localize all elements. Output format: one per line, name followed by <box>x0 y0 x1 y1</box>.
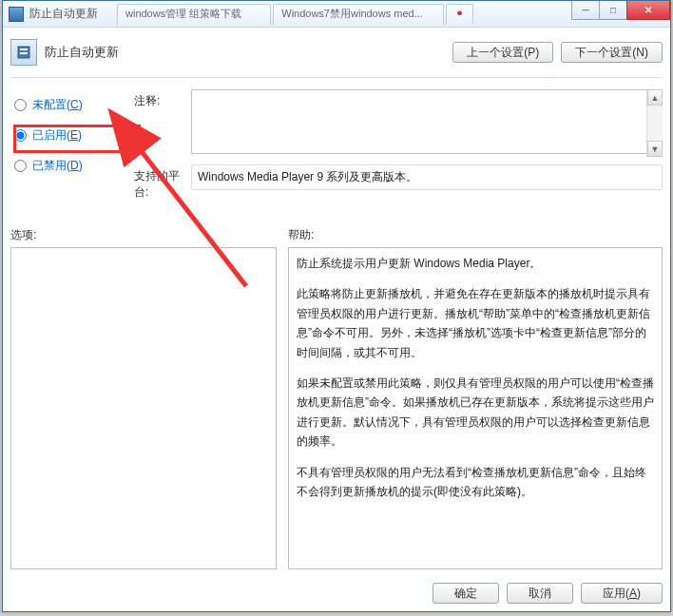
config-area: 未配置(C) 已启用(E) 已禁用(D) 注释: ▲ <box>10 89 663 208</box>
help-title: 帮助: <box>288 227 663 247</box>
maximize-button[interactable]: □ <box>599 1 627 20</box>
svg-rect-2 <box>20 52 28 54</box>
help-p2: 此策略将防止更新播放机，并避免在存在更新版本的播放机时提示具有管理员权限的用户进… <box>297 284 654 362</box>
divider <box>10 77 663 78</box>
options-title: 选项: <box>10 227 277 247</box>
close-button[interactable]: ✕ <box>626 1 670 20</box>
app-icon <box>9 7 24 22</box>
help-p1: 防止系统提示用户更新 Windows Media Player。 <box>297 254 654 273</box>
svg-rect-1 <box>20 48 28 50</box>
label-enabled[interactable]: 已启用(E) <box>32 127 82 144</box>
radio-enabled[interactable] <box>14 129 27 142</box>
help-panel[interactable]: 防止系统提示用户更新 Windows Media Player。 此策略将防止更… <box>288 247 663 569</box>
help-p4: 不具有管理员权限的用户无法看到“检查播放机更新信息”命令，且始终不会得到更新播放… <box>297 463 654 502</box>
note-label: 注释: <box>134 89 191 109</box>
tab-2[interactable]: Windows7禁用windows med... <box>273 4 444 25</box>
titlebar: 防止自动更新 windows管理 组策略下载 Windows7禁用windows… <box>3 1 670 28</box>
note-textarea[interactable] <box>191 89 663 154</box>
browser-tabs: windows管理 组策略下载 Windows7禁用windows med...… <box>117 4 473 25</box>
help-p3: 如果未配置或禁用此策略，则仅具有管理员权限的用户可以使用“检查播放机更新信息”命… <box>297 374 654 452</box>
cancel-button[interactable]: 取消 <box>507 583 573 604</box>
policy-editor-window: 防止自动更新 windows管理 组策略下载 Windows7禁用windows… <box>2 0 671 612</box>
platform-value: Windows Media Player 9 系列及更高版本。 <box>191 164 663 190</box>
lower-panels: 选项: 帮助: 防止系统提示用户更新 Windows Media Player。… <box>10 227 663 569</box>
next-setting-button[interactable]: 下一个设置(N) <box>561 42 663 63</box>
minimize-button[interactable]: ─ <box>571 1 600 20</box>
options-panel <box>10 247 277 569</box>
tab-extra[interactable]: ● <box>446 4 473 25</box>
tab-1[interactable]: windows管理 组策略下载 <box>117 4 271 25</box>
radio-disabled[interactable] <box>14 160 27 172</box>
note-scrollbar[interactable]: ▲ ▼ <box>646 89 663 157</box>
window-title: 防止自动更新 <box>29 6 98 22</box>
scroll-up-icon[interactable]: ▲ <box>647 89 663 106</box>
label-disabled[interactable]: 已禁用(D) <box>32 158 83 174</box>
page-title: 防止自动更新 <box>45 44 119 61</box>
prev-setting-button[interactable]: 上一个设置(P) <box>452 42 553 63</box>
ok-button[interactable]: 确定 <box>433 583 499 604</box>
platform-label: 支持的平台: <box>134 164 191 201</box>
apply-button[interactable]: 应用(A) <box>581 583 663 604</box>
label-not-configured[interactable]: 未配置(C) <box>32 97 83 113</box>
state-radio-group: 未配置(C) 已启用(E) 已禁用(D) <box>10 89 125 181</box>
radio-not-configured[interactable] <box>14 99 27 111</box>
policy-icon <box>10 39 37 66</box>
header-row: 防止自动更新 上一个设置(P) 下一个设置(N) <box>10 33 663 71</box>
footer-buttons: 确定 取消 应用(A) <box>433 573 663 604</box>
scroll-down-icon[interactable]: ▼ <box>647 141 663 157</box>
